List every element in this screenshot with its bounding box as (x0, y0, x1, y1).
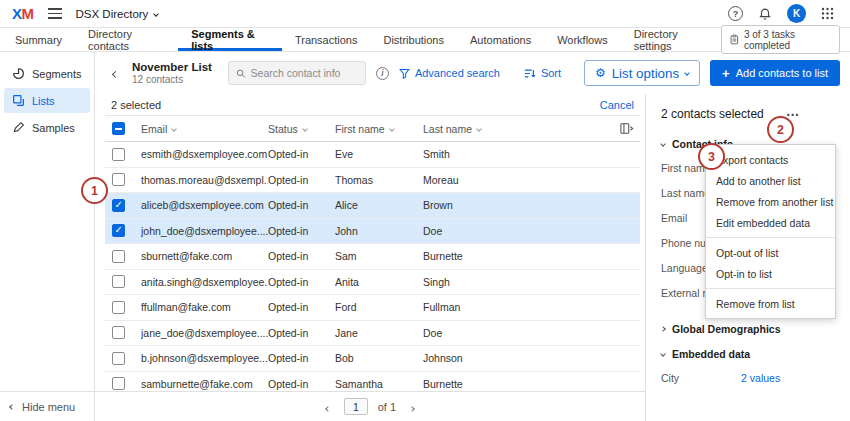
sidebar-item-label: Segments (32, 68, 82, 80)
tab-segments-and-lists[interactable]: Segments & lists (178, 28, 282, 51)
column-label: Last name (423, 123, 472, 135)
filter-funnel-icon (399, 68, 410, 79)
next-page-button[interactable] (406, 397, 418, 417)
chevron-left-icon (112, 71, 119, 78)
menu-item-export-contacts[interactable]: Export contacts (706, 149, 835, 170)
previous-page-button[interactable] (322, 397, 334, 417)
list-options-button[interactable]: ⚙ List options (584, 60, 700, 86)
tab-directory-settings[interactable]: Directory settings (621, 28, 721, 51)
add-contacts-to-list-button[interactable]: + Add contacts to list (710, 60, 840, 86)
directory-selector[interactable]: DSX Directory (76, 8, 159, 20)
tab-transactions[interactable]: Transactions (282, 28, 371, 51)
menu-item-remove-from-list[interactable]: Remove from list (706, 293, 835, 314)
table-row[interactable]: ffullman@fake.comOpted-inFordFullman (105, 295, 640, 321)
chevron-down-icon (684, 70, 690, 76)
xm-logo-x: X (12, 5, 22, 22)
embedded-data-key: City (661, 372, 679, 384)
cell-email: samburnette@fake.com (141, 378, 268, 390)
app-switcher-icon[interactable] (821, 7, 834, 20)
menu-item-remove-from-another-list[interactable]: Remove from another list (706, 191, 835, 212)
row-checkbox[interactable] (112, 275, 125, 288)
embedded-data-section-header[interactable]: Embedded data (661, 348, 850, 360)
tab-automations[interactable]: Automations (457, 28, 544, 51)
advanced-search-button[interactable]: Advanced search (399, 67, 500, 79)
cell-last-name: Burnette (423, 378, 610, 390)
row-checkbox[interactable] (112, 199, 125, 212)
chevron-left-icon (9, 404, 15, 410)
menu-item-opt-in-to-list[interactable]: Opt-in to list (706, 263, 835, 284)
hide-menu-button[interactable]: Hide menu (0, 391, 94, 421)
menu-item-opt-out-of-list[interactable]: Opt-out of list (706, 242, 835, 263)
cell-email: b.johnson@dsxemployee.... (141, 352, 268, 364)
table-row[interactable]: aliceb@dsxemployee.comOpted-inAliceBrown (105, 193, 640, 219)
global-demographics-section-header[interactable]: Global Demographics (661, 323, 850, 335)
tab-workflows[interactable]: Workflows (544, 28, 621, 51)
column-label: Status (268, 123, 298, 135)
tab-directory-contacts[interactable]: Directory contacts (75, 28, 178, 51)
select-all-checkbox[interactable] (112, 122, 125, 135)
cell-status: Opted-in (268, 225, 335, 237)
row-checkbox[interactable] (112, 352, 125, 365)
row-checkbox[interactable] (112, 301, 125, 314)
row-checkbox[interactable] (112, 173, 125, 186)
tab-summary[interactable]: Summary (2, 28, 75, 51)
search-box (228, 61, 366, 85)
annotation-circle-3: 3 (698, 143, 725, 170)
column-picker-icon[interactable] (620, 122, 634, 135)
chevron-down-icon (302, 126, 308, 132)
cell-status: Opted-in (268, 301, 335, 313)
search-input[interactable] (251, 67, 358, 79)
tab-distributions[interactable]: Distributions (370, 28, 457, 51)
sort-button[interactable]: Sort (524, 67, 561, 79)
row-checkbox[interactable] (112, 377, 125, 390)
sidebar-item-segments[interactable]: Segments (4, 61, 90, 86)
cell-first-name: Bob (335, 352, 423, 364)
table-row[interactable]: b.johnson@dsxemployee....Opted-inBobJohn… (105, 346, 640, 372)
embedded-data-value-link[interactable]: 2 values (741, 372, 780, 384)
cell-last-name: Doe (423, 225, 610, 237)
menu-item-edit-embedded-data[interactable]: Edit embedded data (706, 212, 835, 233)
column-header-first-name[interactable]: First name (335, 123, 423, 135)
cell-email: ffullman@fake.com (141, 301, 268, 313)
sidebar-item-samples[interactable]: Samples (4, 115, 90, 140)
row-checkbox[interactable] (112, 326, 125, 339)
cell-status: Opted-in (268, 174, 335, 186)
table-row[interactable]: sburnett@fake.comOpted-inSamBurnette (105, 244, 640, 270)
info-icon[interactable]: i (376, 67, 389, 80)
cancel-selection-button[interactable]: Cancel (600, 99, 634, 111)
cell-first-name: John (335, 225, 423, 237)
current-page-input[interactable]: 1 (344, 398, 368, 415)
cell-last-name: Moreau (423, 174, 610, 186)
sidebar-item-lists[interactable]: Lists (4, 88, 90, 113)
help-icon[interactable]: ? (728, 6, 743, 21)
cell-status: Opted-in (268, 352, 335, 364)
sidebar-item-label: Samples (32, 122, 75, 134)
cell-first-name: Anita (335, 276, 423, 288)
table-row[interactable]: anita.singh@dsxemployee...Opted-inAnitaS… (105, 270, 640, 296)
menu-item-add-to-another-list[interactable]: Add to another list (706, 170, 835, 191)
user-avatar[interactable]: K (787, 4, 806, 23)
table-row[interactable]: john_doe@dsxemployee....Opted-inJohnDoe (105, 219, 640, 245)
chevron-down-icon (171, 126, 177, 132)
row-checkbox[interactable] (112, 250, 125, 263)
table-row[interactable]: samburnette@fake.comOpted-inSamanthaBurn… (105, 372, 640, 392)
samples-icon (12, 121, 25, 134)
cell-first-name: Sam (335, 250, 423, 262)
column-header-email[interactable]: Email (141, 123, 268, 135)
cell-last-name: Fullman (423, 301, 610, 313)
cell-last-name: Johnson (423, 352, 610, 364)
column-header-last-name[interactable]: Last name (423, 123, 610, 135)
table-row[interactable]: thomas.moreau@dsxempl...Opted-inThomasMo… (105, 168, 640, 194)
search-icon (236, 68, 246, 79)
row-checkbox[interactable] (112, 148, 125, 161)
column-header-status[interactable]: Status (268, 123, 335, 135)
back-button[interactable] (109, 63, 122, 83)
list-toolbar: November List 12 contacts i Advanced sea… (95, 52, 850, 94)
notifications-bell-icon[interactable] (758, 7, 772, 21)
tasks-completed-badge[interactable]: 3 of 3 tasks completed (721, 25, 840, 54)
list-contact-count: 12 contacts (132, 74, 212, 87)
row-checkbox[interactable] (112, 224, 125, 237)
table-row[interactable]: jane_doe@dsxemployee....Opted-inJaneDoe (105, 321, 640, 347)
hamburger-menu-icon[interactable] (48, 8, 62, 19)
table-row[interactable]: esmith@dsxemployee.comOpted-inEveSmith (105, 142, 640, 168)
